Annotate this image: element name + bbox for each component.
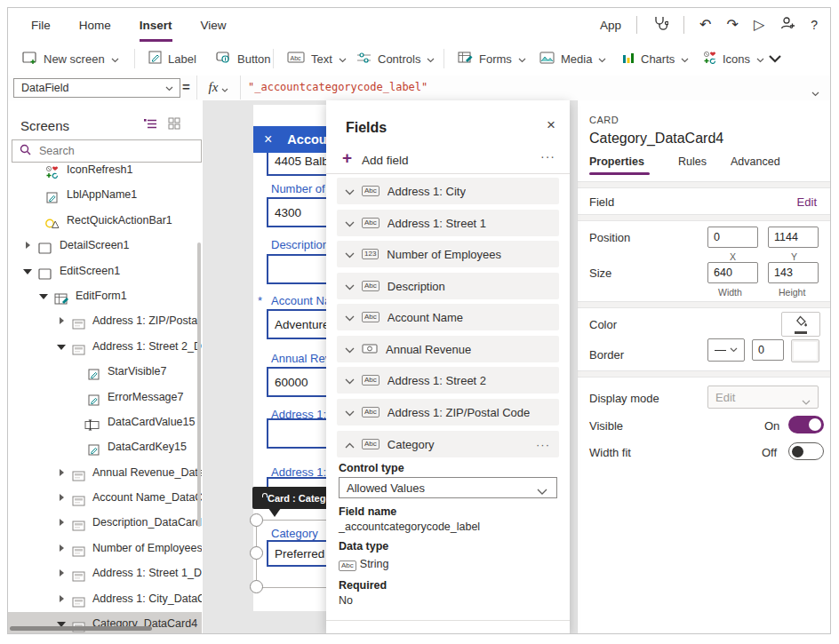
field-list-item[interactable]: 123Number of Employees [337,241,559,267]
resize-handle[interactable] [250,580,263,593]
expand-arrow-icon[interactable] [60,469,64,476]
collapse-arrow-icon[interactable] [57,345,66,350]
close-icon[interactable]: × [264,131,272,147]
border-style-dropdown[interactable] [707,338,745,362]
tree-item[interactable]: ErrorMessage7 [8,386,202,409]
collapse-arrow-icon[interactable] [39,294,48,299]
charts-menu-button[interactable]: Charts [621,42,689,76]
ribbon-overflow-button[interactable] [769,42,781,76]
button-button[interactable]: Button [216,42,271,76]
tree-item[interactable]: EditForm1 [8,284,202,307]
tree-item[interactable]: RectQuickActionBar1 [8,209,202,232]
chevron-down-icon[interactable] [345,309,357,325]
expand-arrow-icon[interactable] [60,519,64,526]
chevron-up-icon[interactable] [345,436,357,452]
tree-item[interactable]: Address 1: Street 1_DataCar [8,561,202,584]
tree-item[interactable]: EditScreen1 [8,259,202,282]
border-width-input[interactable]: 0 [752,339,784,361]
visible-toggle[interactable] [788,416,824,433]
chevron-down-icon[interactable] [345,246,357,262]
undo-icon[interactable]: ↶ [699,18,711,32]
media-menu-button[interactable]: Media [539,42,606,76]
chevron-down-icon[interactable] [345,341,357,357]
tree-item[interactable]: StarVisible7 [8,360,202,383]
tree-item[interactable]: Annual Revenue_DataCard2 [8,461,202,484]
position-x-input[interactable]: 0 [707,227,758,248]
help-icon[interactable]: ? [811,19,818,31]
selected-card-badge[interactable]: Card : Category [252,487,335,509]
field-list-item[interactable]: AbcDescription [337,273,559,299]
size-width-input[interactable]: 640 [707,262,758,283]
tree-item[interactable]: Account Name_DataCard2 [8,486,202,509]
tab-rules[interactable]: Rules [678,155,707,168]
resize-handle[interactable] [250,513,263,527]
plus-icon[interactable]: + [342,148,352,168]
menu-home[interactable]: Home [79,8,111,42]
resize-handle[interactable] [250,546,263,560]
field-list-item[interactable]: Annual Revenue [337,336,559,362]
vertical-scrollbar[interactable] [197,242,201,527]
fill-color-button[interactable] [781,312,820,337]
tree-item[interactable]: DetailScreen1 [8,234,202,257]
size-height-input[interactable]: 143 [768,262,819,283]
icons-menu-button[interactable]: Icons [703,42,764,76]
expand-arrow-icon[interactable] [60,494,64,501]
formula-input[interactable]: "_accountcategorycode_label" [248,81,427,93]
horizontal-scrollbar[interactable] [10,626,152,631]
text-menu-button[interactable]: Abc Text [287,42,347,76]
expand-arrow-icon[interactable] [60,595,64,602]
collapse-arrow-icon[interactable] [23,269,32,274]
expand-arrow-icon[interactable] [60,569,64,576]
property-selector[interactable]: DataField [13,78,180,98]
border-color-swatch[interactable] [791,339,819,362]
label-button[interactable]: Label [148,42,196,76]
field-list-item[interactable]: AbcAddress 1: Street 2 [337,367,559,394]
edit-field-link[interactable]: Edit [797,195,817,209]
fx-selector[interactable]: fx [196,76,241,99]
chevron-down-icon[interactable] [345,278,357,294]
tree-item[interactable]: Description_DataCard2 [8,511,202,534]
tree-item[interactable]: DataCardKey15 [8,435,202,458]
formula-expand-chevron-icon[interactable] [811,84,819,100]
field-list-item[interactable]: AbcAddress 1: ZIP/Postal Code [337,399,559,425]
tree-item[interactable]: IconRefresh1 [8,158,202,181]
search-input[interactable] [37,144,174,158]
chevron-down-icon[interactable] [345,404,357,420]
display-mode-dropdown[interactable]: Edit [707,386,819,409]
app-checker-icon[interactable] [652,15,668,35]
app-menu[interactable]: App [600,19,621,32]
field-list-item[interactable]: AbcAccount Name [337,304,559,330]
menu-file[interactable]: File [31,8,51,42]
chevron-down-icon[interactable] [345,215,357,231]
tab-advanced[interactable]: Advanced [731,155,780,168]
more-options-icon[interactable]: ··· [536,438,550,451]
tree-item[interactable]: Address 1: Street 2_DataCar [8,335,202,358]
share-person-icon[interactable] [779,16,795,34]
grid-view-icon[interactable] [168,117,180,133]
forms-menu-button[interactable]: Forms [458,42,526,76]
tree-item[interactable]: Address 1: City_DataCard2 [8,587,202,610]
control-type-dropdown[interactable]: Allowed Values [339,477,557,498]
new-screen-button[interactable]: New screen [22,42,119,76]
tree-item[interactable]: Number of Employees_Data [8,537,202,560]
field-list-item-expanded[interactable]: AbcCategory··· [337,431,559,457]
more-options-icon[interactable]: ··· [540,149,555,163]
width-fit-toggle[interactable] [788,442,824,460]
chevron-down-icon[interactable] [345,372,357,388]
menu-insert[interactable]: Insert [140,8,172,42]
field-list-item[interactable]: AbcAddress 1: City [337,178,559,204]
tree-item[interactable]: LblAppName1 [8,183,202,206]
close-icon[interactable]: × [547,116,555,134]
tree-item[interactable]: Address 1: ZIP/Postal Code_ [8,309,202,332]
controls-menu-button[interactable]: Controls [356,42,435,76]
expand-arrow-icon[interactable] [60,317,64,324]
tree-view-icon[interactable] [143,117,157,133]
position-y-input[interactable]: 1144 [768,227,819,248]
menu-view[interactable]: View [201,8,227,42]
tab-properties[interactable]: Properties [589,155,644,168]
expand-arrow-icon[interactable] [60,545,64,552]
field-list-item[interactable]: AbcAddress 1: Street 1 [337,210,559,236]
play-preview-icon[interactable]: ▷ [754,18,764,32]
tree-item[interactable]: DataCardValue15 [8,410,202,433]
redo-icon[interactable]: ↷ [726,18,738,32]
